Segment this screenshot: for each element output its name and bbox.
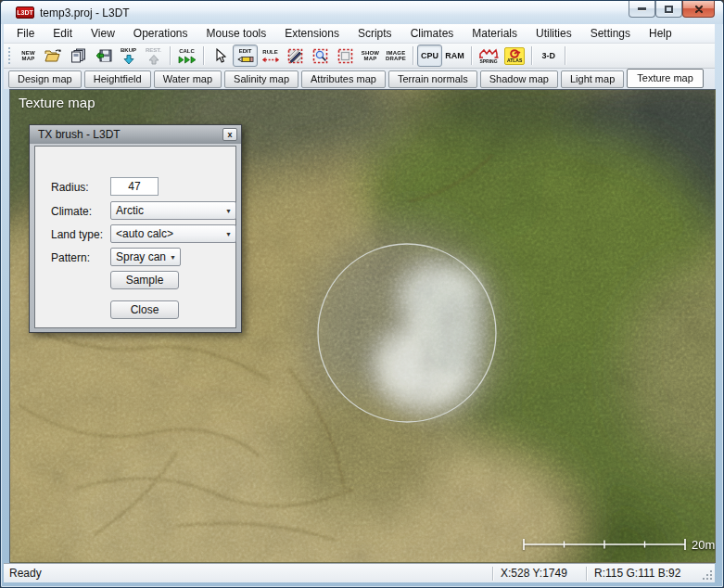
menu-climates[interactable]: Climates: [401, 24, 464, 43]
pointer-tool-button[interactable]: [208, 45, 233, 67]
status-text: Ready: [4, 567, 492, 580]
tab-heightfield[interactable]: Heightfield: [84, 70, 151, 88]
backup-button[interactable]: BKUP: [116, 45, 141, 67]
edit-tool-button[interactable]: EDIT: [233, 45, 258, 67]
sample-button[interactable]: Sample: [110, 271, 179, 289]
pattern-label: Pattern:: [51, 251, 90, 264]
toolbar-separator: [565, 46, 565, 65]
toolbar-separator: [471, 46, 472, 65]
cpu-button[interactable]: CPU: [417, 45, 442, 67]
radius-input[interactable]: 47: [110, 177, 159, 196]
minimize-icon: [638, 7, 646, 10]
toolbar-separator: [170, 46, 171, 65]
radius-label: Radius:: [51, 181, 89, 194]
map-view-title: Texture map: [19, 95, 95, 110]
menu-bar: File Edit View Operations Mouse tools Ex…: [4, 24, 715, 44]
chevron-down-icon: ▼: [170, 254, 176, 261]
menu-mouse-tools[interactable]: Mouse tools: [197, 24, 276, 43]
3d-view-button[interactable]: 3-D: [536, 45, 561, 67]
pencil-icon: [237, 56, 254, 63]
tab-salinity-map[interactable]: Salinity map: [224, 70, 298, 88]
tab-design-map[interactable]: Design map: [8, 70, 82, 88]
maximize-button[interactable]: [655, 1, 682, 18]
app-icon: L3DT: [16, 6, 34, 19]
cursor-coordinates: X:528 Y:1749: [493, 567, 586, 580]
dialog-title: TX brush - L3DT: [38, 128, 222, 141]
toolbar-separator: [531, 46, 532, 65]
dialog-title-bar[interactable]: TX brush - L3DT x: [30, 125, 241, 144]
menu-view[interactable]: View: [82, 24, 124, 43]
map-viewport: Texture map 20m TX brush - L3DT x Radius…: [9, 89, 716, 563]
calc-arrows-icon: [178, 56, 197, 64]
title-bar[interactable]: L3DT temp3.proj - L3DT: [1, 1, 724, 24]
menu-operations[interactable]: Operations: [124, 24, 197, 43]
land-type-select[interactable]: <auto calc> ▼: [110, 224, 236, 243]
rule-tool-button[interactable]: RULE: [258, 45, 283, 67]
menu-help[interactable]: Help: [640, 24, 681, 43]
window-title: temp3.proj - L3DT: [40, 6, 130, 19]
calc-button[interactable]: CALC: [174, 45, 199, 67]
selection-magnifier-icon: [312, 48, 328, 64]
toolbar-grip[interactable]: [8, 47, 11, 64]
scale-label: 20m: [692, 538, 715, 552]
climate-value: Arctic: [116, 204, 144, 217]
selection-box-icon: [337, 48, 353, 64]
menu-settings[interactable]: Settings: [581, 24, 640, 43]
dialog-close-action-button[interactable]: Close: [110, 300, 179, 319]
pattern-select[interactable]: Spray can ▼: [110, 248, 181, 266]
minimize-button[interactable]: [629, 1, 655, 18]
new-map-button[interactable]: NEW MAP: [16, 45, 41, 67]
toolbar: NEW MAP: [4, 44, 715, 69]
menu-utilities[interactable]: Utilities: [527, 24, 581, 43]
copy-pages-icon: [70, 48, 87, 63]
select-zoom-tool-button[interactable]: [308, 45, 333, 67]
tab-attributes-map[interactable]: Attributes map: [301, 70, 386, 88]
close-button[interactable]: [682, 1, 715, 18]
tab-light-map[interactable]: Light map: [561, 70, 624, 88]
save-map-button[interactable]: [91, 45, 116, 67]
restore-button: REST.: [141, 45, 166, 67]
cursor-icon: [214, 48, 227, 64]
resize-grip[interactable]: [700, 564, 715, 583]
climate-label: Climate:: [51, 205, 92, 218]
menu-scripts[interactable]: Scripts: [349, 24, 401, 43]
atlas-button[interactable]: ATLAS: [502, 45, 527, 67]
copy-map-button[interactable]: [66, 45, 91, 67]
image-drape-button[interactable]: IMAGE DRAPE: [383, 45, 409, 67]
menu-materials[interactable]: Materials: [463, 24, 527, 43]
menu-file[interactable]: File: [7, 24, 44, 43]
brush-circle: [318, 244, 496, 422]
spring-button[interactable]: SPRING: [476, 45, 502, 67]
atlas-badge: ATLAS: [504, 47, 525, 65]
land-type-value: <auto calc>: [116, 227, 173, 240]
close-icon: [694, 5, 704, 14]
status-bar: Ready X:528 Y:1749 R:115 G:111 B:92: [4, 563, 715, 582]
dialog-body: Radius: 47 Climate: Arctic ▼ Land type: …: [34, 146, 236, 328]
menu-extensions[interactable]: Extensions: [275, 24, 349, 43]
backup-down-arrow-icon: [123, 55, 134, 65]
atlas-icon: [508, 49, 521, 58]
open-project-button[interactable]: [41, 45, 66, 67]
climate-select[interactable]: Arctic ▼: [110, 201, 236, 220]
land-type-label: Land type:: [51, 228, 103, 241]
save-import-icon: [95, 48, 112, 63]
tab-shadow-map[interactable]: Shadow map: [480, 70, 558, 88]
tab-terrain-normals[interactable]: Terrain normals: [388, 70, 477, 88]
dialog-close-button[interactable]: x: [222, 128, 237, 141]
ruler-arrow-icon: [261, 57, 280, 63]
menu-edit[interactable]: Edit: [44, 24, 82, 43]
tx-brush-dialog: TX brush - L3DT x Radius: 47 Climate: Ar…: [29, 124, 242, 333]
scale-ruler-icon: [522, 537, 687, 552]
restore-up-arrow-icon: [148, 55, 159, 65]
select-edit-tool-button[interactable]: [283, 45, 308, 67]
ram-button[interactable]: RAM: [442, 45, 467, 67]
spring-icon: [478, 48, 499, 58]
pattern-value: Spray can: [116, 250, 166, 263]
select-region-tool-button[interactable]: [333, 45, 358, 67]
tab-water-map[interactable]: Water map: [154, 70, 222, 88]
tab-texture-map[interactable]: Texture map: [627, 69, 704, 88]
app-window: L3DT temp3.proj - L3DT File Edit View Op…: [0, 0, 724, 588]
scale-bar: 20m: [522, 537, 715, 552]
show-map-button[interactable]: SHOW MAP: [358, 45, 383, 67]
maximize-icon: [665, 6, 673, 13]
